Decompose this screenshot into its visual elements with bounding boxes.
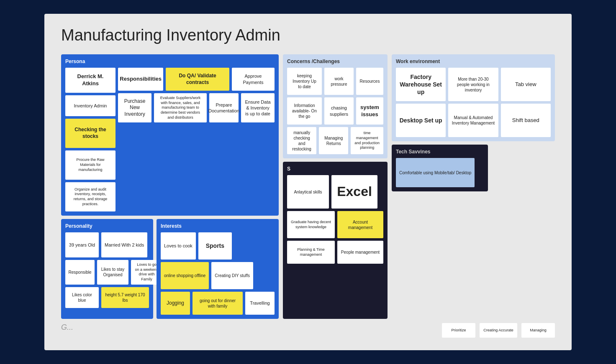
organised-card: Likes to stay Organised <box>97 260 128 285</box>
dinner-card: going out for dinner with family <box>192 292 243 315</box>
persona-role: Inventory Admin <box>65 95 116 116</box>
work-pressure-card: work pressure <box>324 68 354 95</box>
height-card: height 5.7 weight 170 lbs <box>101 287 149 308</box>
tab-view-card: Tab view <box>501 68 551 101</box>
concerns-row3: manually checking and restocking Managin… <box>287 127 383 154</box>
personality-row1: 39 years Old Married With 2 kids <box>65 232 149 257</box>
skills-row2: Graduate having decent system knowledge … <box>287 211 383 238</box>
jogging-card: Jogging <box>161 292 190 315</box>
responsible-card: Responsible <box>65 260 95 285</box>
skills-row3: Planning & Time management People manage… <box>287 241 383 264</box>
do-qa: Do QA/ Validate contracts <box>166 68 229 91</box>
work-col2: More than 20-30 people working in invent… <box>448 68 498 137</box>
comfortable-card: Comfortable using Mobile/tab/ Desktop <box>396 158 475 187</box>
work-col3: Tab view Shift based <box>501 68 551 137</box>
chasing-card: chasing suppliers <box>324 97 354 125</box>
tech-grid: Comfortable using Mobile/tab/ Desktop <box>396 158 484 187</box>
tech-section: Tech Savvines Comfortable using Mobile/t… <box>392 145 488 191</box>
cook-card: Loves to cook <box>161 232 196 260</box>
excel-card: Excel <box>331 175 377 209</box>
skills-label: S <box>287 166 383 172</box>
persona-task1: Procure the Raw Materials for manufactur… <box>65 150 116 180</box>
persona-grid: Derrick M. Atkins Inventory Admin Checki… <box>65 68 275 211</box>
prepare-docs: Prepare Documentation <box>209 93 239 122</box>
diy-card: Creating DIY stuffs <box>211 262 253 289</box>
skills-grid: Anlaytical skills Excel Graduate having … <box>287 175 383 264</box>
personality-grid: 39 years Old Married With 2 kids Respons… <box>65 232 149 308</box>
tech-row1: Comfortable using Mobile/tab/ Desktop <box>396 158 484 187</box>
managing-returns-card: Managing Returns <box>319 127 348 154</box>
more-than-card: More than 20-30 people working in invent… <box>448 68 498 101</box>
resources-card: Resources <box>356 68 383 95</box>
evaluate-suppliers: Evaluate Suppliers/work with finance, sa… <box>154 93 207 122</box>
married-card: Married With 2 kids <box>101 232 147 257</box>
personality-section: Personality 39 years Old Married With 2 … <box>61 219 153 319</box>
factory-card: Factory Warehouse Set up <box>396 68 446 101</box>
persona-left: Derrick M. Atkins Inventory Admin Checki… <box>65 68 116 211</box>
interests-section: Interests Loves to cook Sports online sh… <box>157 219 279 319</box>
analytical-card: Anlaytical skills <box>287 175 329 209</box>
bottom-partial-label: G... <box>61 323 73 338</box>
persona-task2: Organize and audit inventory, receipts, … <box>65 182 116 211</box>
planning-card: Planning & Time management <box>287 241 335 264</box>
managing-card: Managing <box>521 323 555 338</box>
concerns-label: Concerns /Challenges <box>287 59 383 64</box>
personality-row3: Likes color blue height 5.7 weight 170 l… <box>65 287 149 308</box>
slide-container: Manufacturing Inventory Admin Persona De… <box>44 14 572 350</box>
account-card: Account management <box>337 211 383 238</box>
board-area: Persona Derrick M. Atkins Inventory Admi… <box>61 54 555 319</box>
persona-name: Derrick M. Atkins <box>65 68 116 93</box>
travel-card: Travelling <box>245 292 275 315</box>
system-issues-card: system issues <box>356 97 383 125</box>
information-card: Information available- On the go <box>287 97 322 125</box>
work-label: Work environment <box>396 59 551 64</box>
creating-card: Creating Accurate <box>480 323 517 338</box>
work-col1: Factory Warehouse Set up Desktop Set up <box>396 68 446 137</box>
age-card: 39 years Old <box>65 232 99 257</box>
purchase-inventory: Purchase New Inventory <box>118 93 151 122</box>
resp-row1: Responsibilities Do QA/ Validate contrac… <box>118 68 275 91</box>
people-card: People management <box>337 241 383 264</box>
keeping-card: keeping Inventory Up to date <box>287 68 322 95</box>
prioritize-card: Prioritize <box>442 323 475 338</box>
concerns-row2: Information available- On the go chasing… <box>287 97 383 125</box>
skills-row1: Anlaytical skills Excel <box>287 175 383 209</box>
bottom-sections: Personality 39 years Old Married With 2 … <box>61 219 279 319</box>
approve-payments: Approve Payments <box>232 68 275 91</box>
bottom-partial: G... Prioritize Creating Accurate Managi… <box>61 321 555 338</box>
persona-section: Persona Derrick M. Atkins Inventory Admi… <box>61 54 279 216</box>
skills-section: S Anlaytical skills Excel Graduate havin… <box>283 162 388 319</box>
page-title: Manufacturing Inventory Admin <box>61 26 555 44</box>
middle-column: Concerns /Challenges keeping Inventory U… <box>283 54 388 319</box>
shift-card: Shift based <box>501 104 551 137</box>
online-card: online shopping offline <box>161 262 209 289</box>
concerns-row1: keeping Inventory Up to date work pressu… <box>287 68 383 95</box>
color-card: Likes color blue <box>65 287 99 308</box>
responsibilities-title: Responsibilities <box>118 68 163 91</box>
time-card: time management and production planning <box>351 127 383 154</box>
interests-row2: online shopping offline Creating DIY stu… <box>161 262 275 289</box>
work-section: Work environment Factory Warehouse Set u… <box>392 54 555 141</box>
right-column: Work environment Factory Warehouse Set u… <box>392 54 555 319</box>
manual-card: Manual & Automated Inventory Management <box>448 104 498 137</box>
ensure-data: Ensure Data & Inventory is up to date <box>241 93 275 122</box>
tech-label: Tech Savvines <box>396 149 484 155</box>
personality-label: Personality <box>65 223 149 229</box>
responsibilities-block: Responsibilities Do QA/ Validate contrac… <box>118 68 275 211</box>
personality-row2: Responsible Likes to stay Organised Love… <box>65 260 149 285</box>
left-column: Persona Derrick M. Atkins Inventory Admi… <box>61 54 279 319</box>
persona-checking: Checking the stocks <box>65 119 116 148</box>
interests-row3: Jogging going out for dinner with family… <box>161 292 275 315</box>
interests-grid: Loves to cook Sports online shopping off… <box>161 232 275 315</box>
work-grid: Factory Warehouse Set up Desktop Set up … <box>396 68 551 137</box>
manually-card: manually checking and restocking <box>287 127 316 154</box>
persona-label: Persona <box>65 59 275 64</box>
sports-card: Sports <box>198 232 232 260</box>
concerns-grid: keeping Inventory Up to date work pressu… <box>287 68 383 154</box>
interests-label: Interests <box>161 223 275 229</box>
interests-row1: Loves to cook Sports <box>161 232 275 260</box>
desktop-card: Desktop Set up <box>396 104 446 137</box>
graduate-card: Graduate having decent system knowledge <box>287 211 335 238</box>
resp-row2: Purchase New Inventory Evaluate Supplier… <box>118 93 275 122</box>
concerns-section: Concerns /Challenges keeping Inventory U… <box>283 54 388 158</box>
